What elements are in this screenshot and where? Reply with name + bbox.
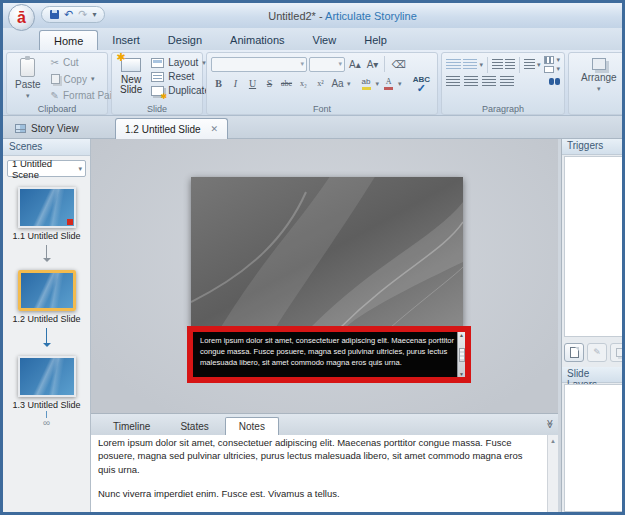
arrange-button[interactable]: Arrange ▾ bbox=[577, 56, 621, 96]
flow-arrow-icon bbox=[46, 245, 47, 261]
increase-indent-icon[interactable] bbox=[505, 59, 516, 70]
font-color-dropdown-icon[interactable]: ▾ bbox=[398, 80, 402, 88]
bold-button[interactable]: B bbox=[211, 76, 226, 91]
separator bbox=[487, 57, 488, 73]
spell-check-button[interactable]: ABC ✓ bbox=[410, 75, 433, 92]
superscript-button[interactable]: x² bbox=[313, 76, 328, 91]
change-case-dropdown-icon[interactable]: ▾ bbox=[347, 80, 351, 88]
drawing-group: Arrange ▾ Quick Styles Drawing bbox=[568, 52, 625, 115]
notes-paragraph: Nunc viverra imperdiet enim. Fusce est. … bbox=[98, 487, 541, 500]
duplicate-button[interactable]: Duplicate bbox=[151, 85, 210, 96]
slide-thumbnail-caption: 1.3 Untitled Slide bbox=[3, 400, 90, 410]
slide-thumbnail-1-3[interactable] bbox=[18, 356, 76, 397]
grow-font-button[interactable]: A▴ bbox=[347, 57, 363, 72]
notes-scrollbar[interactable]: ▲ bbox=[547, 435, 558, 512]
document-tab-bar: Story View 1.2 Untitled Slide ✕ bbox=[3, 116, 622, 139]
list-dropdown-icon[interactable]: ▾ bbox=[479, 61, 483, 69]
find-icon[interactable] bbox=[549, 78, 560, 85]
slide-thumbnail-1-1[interactable] bbox=[18, 187, 76, 228]
tab-help[interactable]: Help bbox=[350, 30, 401, 50]
paste-button[interactable]: Paste ▾ bbox=[11, 56, 45, 102]
scroll-down-icon[interactable]: ▼ bbox=[459, 371, 464, 377]
highlight-dropdown-icon[interactable]: ▾ bbox=[376, 80, 380, 88]
arrange-dropdown-icon[interactable]: ▾ bbox=[597, 85, 601, 93]
slide-tab-1-2[interactable]: 1.2 Untitled Slide ✕ bbox=[115, 118, 228, 139]
text-box-content[interactable]: Lorem ipsum dolor sit amet, consectetuer… bbox=[193, 332, 457, 377]
align-right-icon[interactable] bbox=[482, 76, 496, 87]
highlight-color-bar bbox=[362, 87, 371, 90]
justify-icon[interactable] bbox=[500, 76, 514, 87]
story-view-button[interactable]: Story View bbox=[7, 119, 87, 137]
abstract-swoosh-graphic bbox=[191, 177, 463, 327]
paste-dropdown-icon[interactable]: ▾ bbox=[26, 92, 30, 100]
copy-trigger-button bbox=[610, 343, 625, 362]
slide-thumbnail-1-2-selected[interactable] bbox=[18, 270, 76, 311]
paste-icon bbox=[20, 58, 35, 77]
notes-editor[interactable]: Lorem ipsum dolor sit amet, consectetuer… bbox=[92, 435, 547, 511]
scene-select[interactable]: 1 Untitled Scene ▾ bbox=[7, 160, 86, 177]
highlight-color-button[interactable]: ab bbox=[359, 76, 374, 91]
layout-button[interactable]: Layout ▾ bbox=[151, 57, 210, 68]
underline-button[interactable]: U bbox=[245, 76, 260, 91]
close-tab-icon[interactable]: ✕ bbox=[211, 124, 219, 134]
columns-icon[interactable] bbox=[544, 56, 554, 64]
articulate-logo-button[interactable]: ā bbox=[8, 4, 35, 31]
line-spacing-dropdown-icon[interactable]: ▾ bbox=[537, 61, 541, 69]
line-spacing-icon[interactable] bbox=[524, 59, 535, 70]
slide-layers-list[interactable] bbox=[564, 384, 622, 512]
save-icon[interactable] bbox=[50, 10, 59, 19]
tab-notes[interactable]: Notes bbox=[225, 417, 279, 435]
new-trigger-button[interactable] bbox=[564, 343, 584, 362]
slide-group: New Slide Layout ▾ Reset Dupli bbox=[111, 52, 203, 115]
subscript-button[interactable]: x₂ bbox=[296, 76, 311, 91]
strikethrough-button[interactable]: S bbox=[262, 76, 277, 91]
paste-label: Paste bbox=[15, 79, 41, 90]
collapse-panel-icon[interactable]: ≫ bbox=[544, 419, 554, 428]
change-case-button[interactable]: Aa bbox=[330, 76, 345, 91]
font-size-select[interactable]: ▾ bbox=[309, 57, 345, 72]
numbered-list-icon[interactable] bbox=[463, 59, 478, 70]
clear-formatting-icon[interactable]: ⌫ bbox=[389, 57, 407, 72]
slide-group-label: Slide bbox=[112, 104, 202, 114]
italic-button[interactable]: I bbox=[228, 76, 243, 91]
align-center-icon[interactable] bbox=[464, 76, 478, 87]
tab-view[interactable]: View bbox=[299, 30, 351, 50]
shrink-font-button[interactable]: A▾ bbox=[365, 57, 381, 72]
slide-stage[interactable]: Lorem ipsum dolor sit amet, consectetuer… bbox=[91, 139, 558, 413]
copy-label: Copy bbox=[64, 74, 87, 85]
font-color-bar bbox=[384, 87, 393, 90]
quick-access-dropdown-icon[interactable]: ▾ bbox=[92, 10, 96, 19]
scroll-thumb[interactable] bbox=[459, 348, 465, 362]
text-direction-dropdown-icon[interactable]: ▾ bbox=[556, 65, 560, 73]
font-group: ▾ ▾ A▴ A▾ ⌫ B I U S abc x₂ x² Aa ▾ bbox=[206, 52, 438, 115]
tab-insert[interactable]: Insert bbox=[98, 30, 154, 50]
slide-thumbnail-caption: 1.1 Untitled Slide bbox=[3, 231, 90, 241]
new-slide-button[interactable]: New Slide bbox=[116, 56, 146, 97]
triggers-list[interactable] bbox=[564, 156, 622, 337]
tab-home[interactable]: Home bbox=[39, 30, 98, 50]
edit-trigger-icon: ✎ bbox=[593, 347, 601, 357]
scroll-up-icon[interactable]: ▲ bbox=[548, 435, 558, 447]
text-box-scrollbar[interactable]: ▲ ▼ bbox=[457, 332, 465, 377]
tab-animations[interactable]: Animations bbox=[216, 30, 298, 50]
slide-background-image[interactable] bbox=[191, 177, 463, 327]
font-name-select[interactable]: ▾ bbox=[211, 57, 307, 72]
align-left-icon[interactable] bbox=[446, 76, 460, 87]
document-title: Untitled2* - bbox=[268, 10, 322, 22]
tab-states[interactable]: States bbox=[166, 417, 222, 435]
font-color-button[interactable]: A bbox=[381, 76, 396, 91]
copy-trigger-icon bbox=[616, 348, 624, 357]
copy-dropdown-icon[interactable]: ▾ bbox=[91, 75, 95, 83]
duplicate-icon bbox=[151, 86, 164, 96]
undo-icon[interactable]: ↶ bbox=[64, 9, 73, 20]
tab-design[interactable]: Design bbox=[154, 30, 216, 50]
decrease-indent-icon[interactable] bbox=[492, 59, 503, 70]
text-direction-icon[interactable] bbox=[544, 66, 554, 73]
columns-dropdown-icon[interactable]: ▾ bbox=[556, 56, 560, 64]
tab-timeline[interactable]: Timeline bbox=[99, 417, 164, 435]
reset-button[interactable]: Reset bbox=[151, 71, 210, 82]
bullet-list-icon[interactable] bbox=[446, 59, 461, 70]
selected-text-box[interactable]: Lorem ipsum dolor sit amet, consectetuer… bbox=[187, 326, 471, 383]
scroll-up-icon[interactable]: ▲ bbox=[459, 332, 464, 338]
double-strike-button[interactable]: abc bbox=[279, 76, 294, 91]
